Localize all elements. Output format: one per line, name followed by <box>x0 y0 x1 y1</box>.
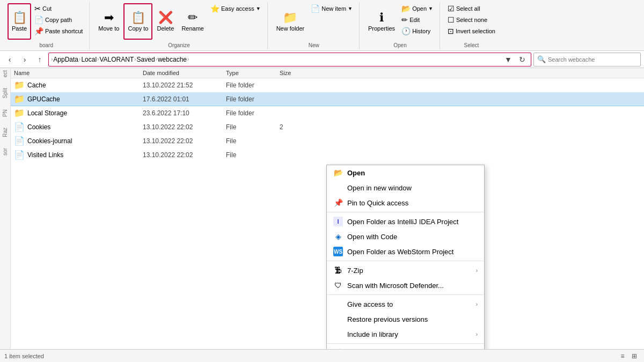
search-box[interactable]: 🔍 <box>533 53 641 67</box>
rename-button[interactable]: ✏ Rename <box>178 3 207 40</box>
ctx-pin-quick-access[interactable]: 📌 Pin to Quick access <box>327 195 484 210</box>
new-item-button[interactable]: 📄 New item ▼ <box>309 3 355 14</box>
col-header-date[interactable]: Date modified <box>143 70 226 76</box>
sidebar-label-split: Split <box>2 88 8 98</box>
address-refresh-button[interactable]: ↻ <box>516 53 529 66</box>
file-icon: 📄 <box>14 150 25 160</box>
ctx-sep-1 <box>327 212 484 212</box>
delete-icon: ❌ <box>158 12 173 24</box>
sidebar-label-ect: ect <box>2 70 8 77</box>
ctx-give-access[interactable]: Give access to › <box>327 297 484 312</box>
ribbon: 📋 Paste ✂ Cut 📄 Copy path 📌 Paste shortc… <box>0 0 644 51</box>
ctx-7zip[interactable]: 🗜 7-Zip › <box>327 263 484 278</box>
ctx-library-icon <box>333 329 343 339</box>
file-row-cache[interactable]: 📁 Cache 13.10.2022 21:52 File folder <box>11 78 644 92</box>
new-folder-button[interactable]: 📁 New folder <box>273 3 308 40</box>
edit-icon: ✏ <box>401 16 408 24</box>
edit-button[interactable]: ✏ Edit <box>399 14 435 25</box>
sidebar: ect Split PN Raz sor <box>0 68 11 349</box>
file-row-visited-links[interactable]: 📄 Visited Links 13.10.2022 22:02 File <box>11 148 644 162</box>
select-all-button[interactable]: ☑ Select all <box>445 3 497 14</box>
sidebar-label-raz: Raz <box>2 128 8 137</box>
status-text: 1 item selected <box>4 353 44 359</box>
move-to-icon: ➡ <box>104 12 114 24</box>
address-bar-area: ‹ › ↑ › AppData › Local › VALORANT › Sav… <box>0 51 644 68</box>
paste-shortcut-button[interactable]: 📌 Paste shortcut <box>32 26 85 36</box>
easy-access-button[interactable]: ⭐ Easy access ▼ <box>208 3 263 14</box>
nav-forward-button[interactable]: › <box>18 53 31 66</box>
invert-selection-button[interactable]: ⊡ Invert selection <box>445 26 497 36</box>
address-parts: › AppData › Local › VALORANT › Saved › w… <box>51 56 501 63</box>
ctx-defender-icon: 🛡 <box>333 280 343 290</box>
folder-icon: 📁 <box>14 108 25 118</box>
address-dropdown-button[interactable]: ▼ <box>502 53 515 66</box>
clipboard-group: 📋 Paste ✂ Cut 📄 Copy path 📌 Paste shortc… <box>3 2 90 49</box>
ctx-restore-icon <box>333 314 343 324</box>
ctx-vscode[interactable]: ◈ Open with Code <box>327 229 484 244</box>
ctx-restore-versions[interactable]: Restore previous versions <box>327 312 484 327</box>
large-icons-view-button[interactable]: ⊞ <box>629 351 640 361</box>
nav-up-button[interactable]: ↑ <box>33 53 46 66</box>
address-part-appdata: AppData <box>53 56 78 63</box>
cut-icon: ✂ <box>34 4 41 13</box>
ctx-pin-start-icon: 📌 <box>333 348 343 349</box>
file-row-cookies-journal[interactable]: 📄 Cookies-journal 13.10.2022 22:02 File <box>11 134 644 148</box>
properties-button[interactable]: ℹ Properties <box>365 3 398 40</box>
status-bar: 1 item selected ≡ ⊞ <box>0 349 644 362</box>
paste-button[interactable]: 📋 Paste <box>8 3 31 40</box>
open-group: ℹ Properties 📂 Open ▼ ✏ Edit 🕐 History <box>361 2 440 49</box>
open-button[interactable]: 📂 Open ▼ <box>399 3 435 14</box>
folder-icon: 📁 <box>14 94 25 104</box>
select-none-button[interactable]: ☐ Select none <box>445 14 497 25</box>
ctx-open-new-icon <box>333 183 343 193</box>
file-row-cookies[interactable]: 📄 Cookies 13.10.2022 22:02 File 2 <box>11 120 644 134</box>
address-bar[interactable]: › AppData › Local › VALORANT › Saved › w… <box>48 53 531 67</box>
address-chevron: › <box>51 56 53 62</box>
main-area: ect Split PN Raz sor Name Date modified … <box>0 68 644 349</box>
col-header-name[interactable]: Name <box>14 70 143 76</box>
organize-label: Organize <box>91 42 267 48</box>
ctx-intellij[interactable]: I Open Folder as IntelliJ IDEA Project <box>327 214 484 229</box>
sidebar-label-sor: sor <box>2 148 8 156</box>
copy-to-icon: 📋 <box>131 12 145 24</box>
ctx-open[interactable]: 📂 Open <box>327 165 484 180</box>
file-row-local-storage[interactable]: 📁 Local Storage 23.6.2022 17:10 File fol… <box>11 106 644 120</box>
search-input[interactable] <box>548 56 637 63</box>
select-none-icon: ☐ <box>448 16 455 24</box>
address-part-saved: Saved <box>137 56 155 63</box>
file-icon: 📄 <box>14 136 25 146</box>
copy-to-button[interactable]: 📋 Copy to <box>123 3 152 40</box>
address-part-valorant: VALORANT <box>99 56 134 63</box>
history-button[interactable]: 🕐 History <box>399 26 435 36</box>
select-label: Select <box>441 42 502 48</box>
ctx-webstorm-icon: WS <box>333 247 343 256</box>
organize-buttons: ➡ Move to 📋 Copy to ❌ Delete ✏ Rename ⭐ … <box>95 3 262 48</box>
delete-button[interactable]: ❌ Delete <box>153 3 177 40</box>
move-to-button[interactable]: ➡ Move to <box>95 3 122 40</box>
new-item-icon: 📄 <box>311 4 320 13</box>
file-list-area: Name Date modified Type Size 📁 Cache 13.… <box>11 68 644 349</box>
folder-icon: 📁 <box>14 80 25 90</box>
paste-shortcut-icon: 📌 <box>34 27 43 35</box>
clipboard-label: board <box>3 42 89 48</box>
search-icon: 🔍 <box>537 55 546 63</box>
ctx-pin-icon: 📌 <box>333 198 343 208</box>
col-header-size[interactable]: Size <box>280 70 323 76</box>
ctx-give-access-arrow: › <box>476 301 478 307</box>
ctx-pin-start[interactable]: 📌 Pin to Start <box>327 345 484 349</box>
ctx-include-library[interactable]: Include in library › <box>327 327 484 342</box>
copy-path-button[interactable]: 📄 Copy path <box>32 14 85 25</box>
file-list-header: Name Date modified Type Size <box>11 68 644 78</box>
ctx-open-new-window[interactable]: Open in new window <box>327 180 484 195</box>
open-icon: 📂 <box>401 4 411 13</box>
nav-back-button[interactable]: ‹ <box>3 53 16 66</box>
ctx-defender[interactable]: 🛡 Scan with Microsoft Defender... <box>327 278 484 293</box>
file-row-gpucache[interactable]: 📁 GPUCache 17.6.2022 01:01 File folder <box>11 92 644 106</box>
details-view-button[interactable]: ≡ <box>617 351 628 361</box>
col-header-type[interactable]: Type <box>226 70 280 76</box>
new-label: New <box>269 42 359 48</box>
address-part-local: Local <box>81 56 97 63</box>
cut-button[interactable]: ✂ Cut <box>32 3 85 14</box>
ctx-library-arrow: › <box>476 331 478 337</box>
ctx-webstorm[interactable]: WS Open Folder as WebStorm Project <box>327 244 484 259</box>
